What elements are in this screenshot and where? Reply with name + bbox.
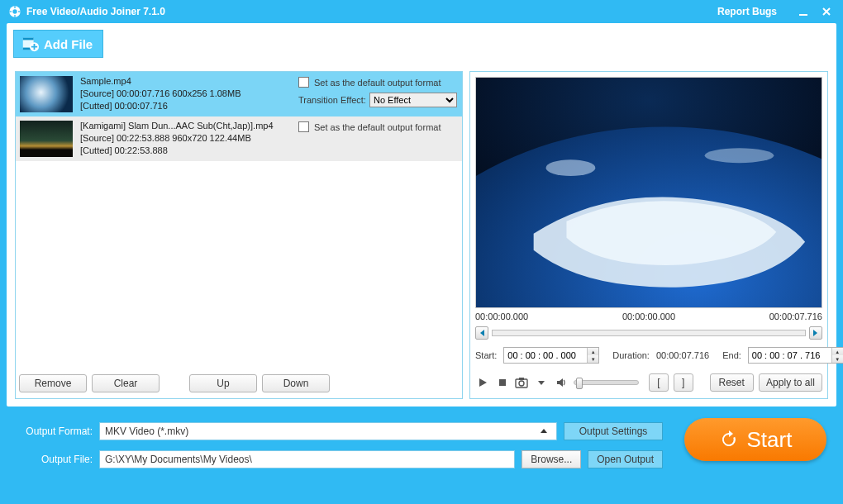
file-cutted-line: [Cutted] 00:22:53.888 (80, 145, 290, 157)
duration-value: 00:00:07.716 (656, 350, 709, 360)
time-end: 00:00:07.716 (769, 311, 822, 325)
output-format-label: Output Format: (7, 426, 93, 437)
output-settings-button[interactable]: Output Settings (564, 422, 663, 440)
playback-controls: [ ] Reset Apply to all (475, 372, 822, 393)
file-list: Sample.mp4 [Source] 00:00:07.716 600x256… (16, 72, 462, 365)
end-time-field[interactable] (749, 348, 831, 363)
output-file-label: Output File: (7, 454, 93, 465)
browse-button[interactable]: Browse... (522, 450, 581, 468)
output-file-field[interactable]: G:\XY\My Documents\My Videos\ (99, 450, 515, 468)
start-time-field[interactable] (504, 348, 587, 363)
file-list-buttons: Remove Clear Up Down (16, 372, 462, 395)
reset-button[interactable]: Reset (710, 373, 754, 392)
app-logo-icon (8, 5, 21, 18)
file-info: Sample.mp4 [Source] 00:00:07.716 600x256… (77, 72, 293, 116)
set-default-label: Set as the default output format (314, 122, 441, 132)
preview-panel: 00:00:00.000 00:00:00.000 00:00:07.716 S… (469, 71, 828, 399)
start-time-input[interactable]: ▲▼ (503, 347, 599, 364)
file-name: Sample.mp4 (80, 75, 290, 88)
transition-select[interactable]: No Effect (369, 93, 457, 107)
file-source-line: [Source] 00:00:07.716 600x256 1.08MB (80, 88, 290, 100)
move-up-button[interactable]: Up (189, 374, 257, 392)
trim-end-handle[interactable] (809, 326, 822, 340)
timeline-marks: 00:00:00.000 00:00:00.000 00:00:07.716 (475, 311, 822, 325)
svg-point-13 (546, 159, 596, 176)
apply-all-button[interactable]: Apply to all (759, 373, 822, 392)
file-row[interactable]: [Kamigami] Slam Dun...AAC Sub(Cht,Jap)].… (16, 116, 462, 161)
stop-button[interactable] (495, 375, 510, 390)
checkbox-icon (298, 77, 309, 88)
file-thumbnail (20, 121, 73, 157)
file-info: [Kamigami] Slam Dun...AAC Sub(Cht,Jap)].… (77, 116, 293, 161)
time-start: 00:00:00.000 (475, 311, 528, 325)
output-file-value: G:\XY\My Documents\My Videos\ (105, 454, 252, 465)
file-options: Set as the default output format (293, 116, 462, 161)
trim-start-handle[interactable] (475, 326, 488, 340)
svg-rect-8 (23, 38, 34, 40)
svg-rect-18 (519, 378, 524, 380)
snapshot-button[interactable] (515, 375, 530, 390)
file-list-panel: Sample.mp4 [Source] 00:00:07.716 600x256… (15, 71, 463, 399)
trim-bar (475, 326, 822, 340)
output-format-select[interactable]: MKV Video (*.mkv) (99, 422, 557, 440)
minimize-button[interactable] (795, 3, 812, 20)
volume-slider[interactable] (574, 380, 639, 385)
svg-point-17 (519, 381, 524, 386)
video-preview[interactable] (475, 77, 822, 308)
dropdown-icon[interactable] (536, 424, 551, 439)
close-button[interactable] (818, 3, 835, 20)
start-label: Start (747, 427, 793, 453)
file-thumbnail (20, 76, 73, 112)
main-stage: Add File Sample.mp4 [Source] 00:00:07.71… (7, 23, 836, 407)
add-file-label: Add File (44, 37, 93, 51)
svg-point-14 (705, 148, 774, 163)
set-default-checkbox[interactable]: Set as the default output format (298, 121, 457, 132)
add-file-icon (21, 35, 39, 53)
refresh-icon (719, 430, 739, 449)
set-default-label: Set as the default output format (314, 78, 441, 88)
play-button[interactable] (475, 375, 490, 390)
volume-icon[interactable] (554, 375, 569, 390)
start-label: Start: (475, 350, 497, 360)
report-bugs-link[interactable]: Report Bugs (717, 6, 777, 17)
file-cutted-line: [Cutted] 00:00:07.716 (80, 100, 290, 112)
app-title: Free Video/Audio Joiner 7.1.0 (26, 6, 165, 17)
spin-down-icon[interactable]: ▼ (832, 355, 843, 363)
snapshot-menu-icon[interactable] (534, 375, 549, 390)
end-label: End: (722, 350, 741, 360)
title-bar: Free Video/Audio Joiner 7.1.0 Report Bug… (0, 0, 843, 23)
trim-track[interactable] (492, 330, 806, 336)
spin-down-icon[interactable]: ▼ (588, 355, 598, 363)
file-source-line: [Source] 00:22:53.888 960x720 122.44MB (80, 132, 290, 145)
file-options: Set as the default output format Transit… (293, 72, 462, 116)
svg-rect-15 (499, 379, 506, 386)
mark-out-button[interactable]: ] (674, 373, 693, 392)
volume-knob[interactable] (576, 378, 583, 389)
start-button[interactable]: Start (684, 418, 826, 461)
remove-button[interactable]: Remove (19, 374, 87, 392)
output-format-value: MKV Video (*.mkv) (105, 426, 188, 437)
end-time-input[interactable]: ▲▼ (748, 347, 843, 364)
file-row[interactable]: Sample.mp4 [Source] 00:00:07.716 600x256… (16, 72, 462, 116)
svg-point-1 (12, 9, 17, 13)
clear-button[interactable]: Clear (92, 374, 160, 392)
move-down-button[interactable]: Down (262, 374, 330, 392)
duration-label: Duration: (612, 350, 650, 360)
transition-label: Transition Effect: (298, 95, 366, 105)
time-mid: 00:00:00.000 (622, 311, 675, 325)
spin-up-icon[interactable]: ▲ (588, 348, 598, 355)
spin-up-icon[interactable]: ▲ (832, 348, 843, 355)
mark-in-button[interactable]: [ (649, 373, 669, 392)
checkbox-icon (298, 121, 309, 132)
svg-rect-6 (799, 14, 807, 16)
add-file-button[interactable]: Add File (13, 30, 103, 58)
time-inputs: Start: ▲▼ Duration: 00:00:07.716 End: ▲▼ (475, 346, 822, 364)
set-default-checkbox[interactable]: Set as the default output format (298, 77, 457, 88)
open-output-button[interactable]: Open Output (588, 450, 663, 468)
file-name: [Kamigami] Slam Dun...AAC Sub(Cht,Jap)].… (80, 120, 290, 132)
